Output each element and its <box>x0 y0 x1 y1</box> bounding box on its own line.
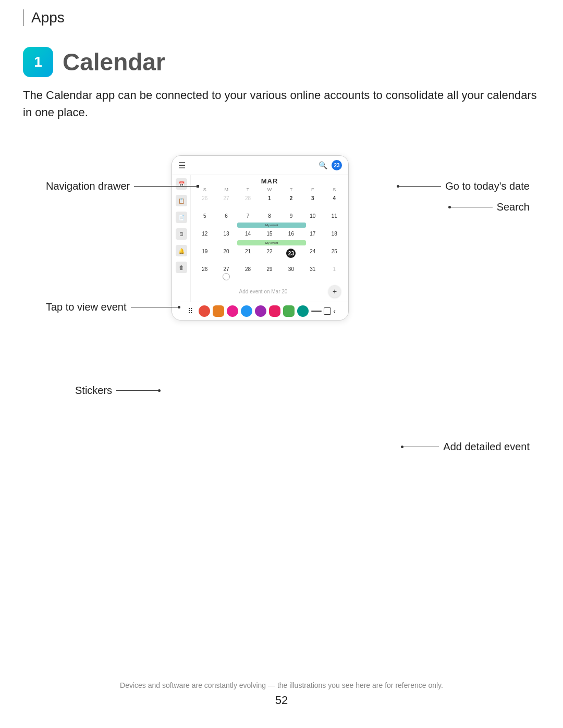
nav-home[interactable] <box>311 311 322 312</box>
bottom-app-2[interactable] <box>213 305 224 317</box>
calendar-body: 📅 📋 📄 🗓 🔔 🗑 MAR S M T W T F S <box>172 175 348 302</box>
day-28b[interactable]: 28 <box>237 265 259 282</box>
tap-event-label: Tap to view event <box>46 301 127 313</box>
hamburger-icon[interactable]: ☰ <box>178 161 186 170</box>
today-indicator: 23 <box>286 249 296 258</box>
phone-bottom-bar: ⠿ ‹ <box>172 302 348 320</box>
calendar-grid: 26 27 28 1 2 3 4 5 6 7 8 My event 9 <box>194 194 345 282</box>
today-badge[interactable]: 23 <box>332 160 342 170</box>
annotation-go-today: Go to today's date <box>397 180 530 192</box>
day-18[interactable]: 18 <box>324 230 345 246</box>
day-24[interactable]: 24 <box>302 248 323 264</box>
weekday-w: W <box>259 187 280 192</box>
weekday-s2: S <box>324 187 345 192</box>
app-name: Calendar <box>63 48 165 76</box>
app-description: The Calendar app can be connected to you… <box>23 87 540 121</box>
weekdays-row: S M T W T F S <box>194 187 345 192</box>
day-23-today[interactable]: 23 <box>280 248 302 264</box>
day-25[interactable]: 25 <box>324 248 345 264</box>
weekday-f: F <box>302 187 323 192</box>
day-28[interactable]: 28 <box>237 194 259 211</box>
day-27-sticker[interactable]: 27 <box>215 265 237 282</box>
day-6[interactable]: 6 <box>215 212 237 229</box>
weekday-t2: T <box>280 187 302 192</box>
nav-drawer-label: Navigation drawer <box>46 180 130 192</box>
bottom-app-4[interactable] <box>241 305 252 317</box>
section-title: Apps <box>31 9 65 26</box>
bottom-app-8[interactable] <box>297 305 309 317</box>
diagram-area: ☰ 🔍 23 📅 📋 📄 🗓 🔔 🗑 MAR S <box>23 140 540 484</box>
day-11[interactable]: 11 <box>324 212 345 229</box>
day-15[interactable]: 15 My event <box>259 230 280 246</box>
section-header: Apps <box>23 9 563 26</box>
annotation-search: Search <box>448 201 530 213</box>
day-22[interactable]: 22 <box>259 248 280 264</box>
day-5[interactable]: 5 <box>194 212 215 229</box>
sidebar-icon-5[interactable]: 🔔 <box>176 245 187 256</box>
day-26[interactable]: 26 <box>194 194 215 211</box>
day-17[interactable]: 17 <box>302 230 323 246</box>
annotation-stickers: Stickers <box>75 385 161 397</box>
day-13[interactable]: 13 <box>215 230 237 246</box>
day-1-next[interactable]: 1 <box>324 265 345 282</box>
day-8[interactable]: 8 My event <box>259 212 280 229</box>
app-title-section: 1 Calendar <box>23 47 540 77</box>
weekday-t1: T <box>237 187 259 192</box>
search-label: Search <box>497 201 530 213</box>
nav-recents[interactable] <box>324 307 331 315</box>
sidebar-icon-4[interactable]: 🗓 <box>176 228 187 240</box>
weekday-m: M <box>215 187 237 192</box>
day-4[interactable]: 4 <box>324 194 345 211</box>
nav-back[interactable]: ‹ <box>333 307 336 315</box>
day-3[interactable]: 3 <box>302 194 323 211</box>
annotation-tap-event: Tap to view event <box>46 301 180 313</box>
day-29[interactable]: 29 <box>259 265 280 282</box>
day-20[interactable]: 20 <box>215 248 237 264</box>
day-10[interactable]: 10 <box>302 212 323 229</box>
day-9[interactable]: 9 <box>280 212 302 229</box>
day-12[interactable]: 12 <box>194 230 215 246</box>
day-21[interactable]: 21 <box>237 248 259 264</box>
bottom-app-6[interactable] <box>269 305 280 317</box>
page-footer: Devices and software are constantly evol… <box>0 681 563 707</box>
sticker[interactable] <box>223 273 230 280</box>
day-30[interactable]: 30 <box>280 265 302 282</box>
day-31[interactable]: 31 <box>302 265 323 282</box>
day-19[interactable]: 19 <box>194 248 215 264</box>
phone-top-bar: ☰ 🔍 23 <box>172 156 348 175</box>
month-label: MAR <box>194 177 345 185</box>
day-16[interactable]: 16 <box>280 230 302 246</box>
add-event-label: Add detailed event <box>443 441 530 453</box>
add-event-bar: Add event on Mar 20 + <box>194 282 345 300</box>
day-1[interactable]: 1 <box>259 194 280 211</box>
bottom-app-5[interactable] <box>255 305 266 317</box>
go-today-label: Go to today's date <box>445 180 530 192</box>
calendar-main: MAR S M T W T F S 26 27 28 1 2 <box>191 175 348 302</box>
add-event-button[interactable]: + <box>328 285 341 298</box>
bottom-grid-icon[interactable]: ⠿ <box>185 305 196 317</box>
day-27[interactable]: 27 <box>215 194 237 211</box>
app-icon: 1 <box>23 47 53 77</box>
nav-controls: ‹ <box>311 307 336 315</box>
bottom-app-3[interactable] <box>227 305 238 317</box>
bottom-app-1[interactable] <box>199 305 210 317</box>
sidebar-icons: 📅 📋 📄 🗓 🔔 🗑 <box>172 175 191 302</box>
add-event-text: Add event on Mar 20 <box>198 289 328 294</box>
stickers-label: Stickers <box>75 385 112 397</box>
sidebar-icon-6[interactable]: 🗑 <box>176 262 187 273</box>
day-26b[interactable]: 26 <box>194 265 215 282</box>
top-right-controls: 🔍 23 <box>319 160 342 170</box>
bottom-app-7[interactable] <box>283 305 295 317</box>
footer-page-number: 52 <box>0 694 563 707</box>
search-icon[interactable]: 🔍 <box>319 161 327 169</box>
day-2[interactable]: 2 <box>280 194 302 211</box>
sidebar-icon-3[interactable]: 📄 <box>176 212 187 223</box>
footer-disclaimer: Devices and software are constantly evol… <box>0 681 563 689</box>
annotation-add-event: Add detailed event <box>401 441 530 453</box>
sidebar-icon-2[interactable]: 📋 <box>176 195 187 206</box>
annotation-nav-drawer: Navigation drawer <box>46 180 199 192</box>
